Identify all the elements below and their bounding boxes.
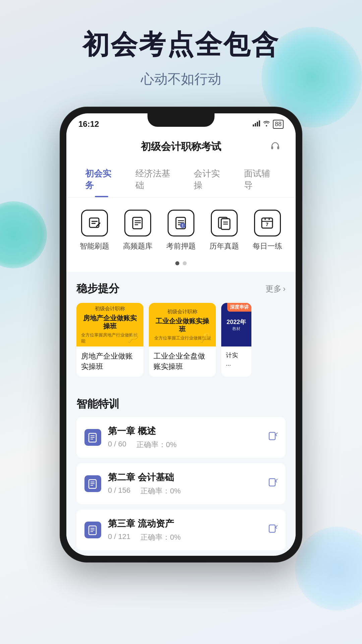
course-card-2-image: 初级会计职称 工业企业做账实操班 全方位掌握工业行业做账技能 🔑 [149,303,216,346]
kaoquan-yati-icon: ! [168,210,194,236]
status-time: 16:12 [78,119,99,129]
chapter-2-name: 第二章 会计基础 [108,471,261,483]
courses-section-more[interactable]: 更多 › [265,283,286,294]
icon-item-kaoquan-yati[interactable]: ! 考前押题 [164,210,198,251]
courses-cards-row: 初级会计职称 房地产企业做账实操班 全方位掌握房地产行业做账技能 🔑 房地产企业… [76,303,286,383]
chapter-3-stats: 0 / 121 正确率：0% [108,532,261,542]
chapter-icon-1 [84,429,101,446]
course-card-3-badge: 深度串讲 [227,303,251,312]
svg-rect-48 [269,525,275,532]
key-icon-2: 🔑 [199,332,211,343]
chapter-1-name: 第一章 概述 [108,425,261,437]
course-card-3-label: 计实... [221,346,251,373]
zhuneng-shuati-label: 智能刷题 [80,241,109,251]
tab-jingji-fa[interactable]: 经济法基础 [127,162,185,197]
phone-screen: 16:12 88 初级会计职称考试 [66,113,296,556]
dot-indicators [66,258,296,272]
course-card-1-title: 房地产企业做账实操班 [81,314,139,330]
linian-zhenti-icon [211,210,238,236]
headphone-icon[interactable] [267,138,284,155]
bg-title: 初会考点全包含 [0,27,362,63]
courses-section: 稳步提分 更多 › 初级会计职称 房地产企业做账实操班 全方位掌握房地产行业做账… [66,272,296,389]
phone-frame: 16:12 88 初级会计职称考试 [60,107,302,562]
svg-line-35 [276,433,278,435]
key-icon-1: 🔑 [127,332,139,343]
training-item-1[interactable]: 第一章 概述 0 / 60 正确率：0% [76,417,286,458]
meiri-yilian-icon: 7 [254,210,281,236]
tab-mianshi-fudao[interactable]: 面试辅导 [235,162,286,197]
status-icons: 88 [253,120,284,129]
wifi-icon [263,120,270,128]
page-header: 初会考点全包含 心动不如行动 [0,0,362,88]
kaoquan-yati-label: 考前押题 [166,241,196,251]
svg-rect-3 [259,120,260,126]
bg-subtitle: 心动不如行动 [0,70,362,88]
app-header: 初级会计职称考试 [66,131,296,162]
svg-rect-0 [253,124,254,126]
svg-rect-2 [257,122,258,126]
signal-icon [253,120,260,128]
icon-item-gaopin-tiku[interactable]: 高频题库 [121,210,155,251]
zhuneng-shuati-icon [81,210,108,236]
chapter-1-progress: 0 / 60 [108,440,126,450]
icon-item-linian-zhenti[interactable]: 历年真题 [207,210,241,251]
chapter-2-stats: 0 / 156 正确率：0% [108,486,261,496]
course-card-3-year: 2022年 [227,318,246,326]
chapter-2-edit-icon[interactable] [268,478,278,489]
chapter-3-info: 第三章 流动资产 0 / 121 正确率：0% [108,518,261,542]
battery-icon: 88 [273,120,284,129]
chapter-3-accuracy: 正确率：0% [140,532,181,542]
course-card-3[interactable]: 2022年 教材 深度串讲 计实... [221,303,251,377]
svg-line-43 [276,481,277,482]
icon-item-zhuneng-shuati[interactable]: 智能刷题 [78,210,111,251]
chapter-1-stats: 0 / 60 正确率：0% [108,440,261,450]
course-card-2-label: 工业企业全盘做账实操班 [149,346,216,377]
svg-line-42 [276,479,278,481]
chapter-3-edit-icon[interactable] [268,524,278,536]
svg-line-36 [276,435,277,436]
course-card-1-category: 初级会计职称 [95,306,125,312]
course-card-2[interactable]: 初级会计职称 工业企业做账实操班 全方位掌握工业行业做账技能 🔑 工业企业全盘做… [149,303,216,377]
course-card-2-title: 工业企业做账实操班 [154,317,211,333]
tab-chuhui-shiwu[interactable]: 初会实务 [76,162,127,197]
course-card-2-category: 初级会计职称 [167,309,197,315]
svg-rect-1 [255,123,256,126]
chapter-3-progress: 0 / 121 [108,532,130,542]
training-item-3[interactable]: 第三章 流动资产 0 / 121 正确率：0% [76,509,286,550]
training-section: 智能特训 第一章 概述 0 / 60 正确率：0% [66,389,296,550]
course-card-1-label: 房地产企业做账实操班 [76,346,143,377]
svg-rect-4 [271,146,273,149]
chapter-1-edit-icon[interactable] [268,431,278,443]
svg-rect-5 [277,146,279,149]
chapter-2-progress: 0 / 156 [108,486,130,496]
gaopin-tiku-label: 高频题库 [123,241,153,251]
chevron-right-icon: › [283,284,286,293]
tab-kuaiji-shicao[interactable]: 会计实操 [185,162,235,197]
training-title: 智能特训 [76,397,286,412]
course-card-1[interactable]: 初级会计职称 房地产企业做账实操班 全方位掌握房地产行业做账技能 🔑 房地产企业… [76,303,143,377]
meiri-yilian-label: 每日一练 [253,241,282,251]
dot-1 [175,261,179,265]
svg-text:7: 7 [266,222,268,227]
course-card-3-image: 2022年 教材 深度串讲 [221,303,251,346]
chapter-2-accuracy: 正确率：0% [140,486,181,496]
chapter-2-info: 第二章 会计基础 0 / 156 正确率：0% [108,471,261,496]
course-card-1-image: 初级会计职称 房地产企业做账实操班 全方位掌握房地产行业做账技能 🔑 [76,303,143,346]
gaopin-tiku-icon [124,210,151,236]
svg-rect-34 [269,432,275,440]
svg-text:!: ! [182,223,183,228]
chapter-icon-3 [84,522,101,538]
courses-section-header: 稳步提分 更多 › [76,281,286,296]
dot-2 [183,261,187,265]
status-bar: 16:12 88 [66,113,296,131]
training-item-2[interactable]: 第二章 会计基础 0 / 156 正确率：0% [76,463,286,504]
chapter-icon-2 [84,475,101,492]
linian-zhenti-label: 历年真题 [209,241,239,251]
notch [147,113,215,127]
svg-line-49 [276,525,278,527]
course-card-3-subtitle: 教材 [232,326,240,332]
icon-grid: 智能刷题 高频题库 [66,198,296,258]
chapter-3-name: 第三章 流动资产 [108,518,261,530]
icon-item-meiri-yilian[interactable]: 7 每日一练 [251,210,284,251]
courses-section-title: 稳步提分 [76,281,119,296]
